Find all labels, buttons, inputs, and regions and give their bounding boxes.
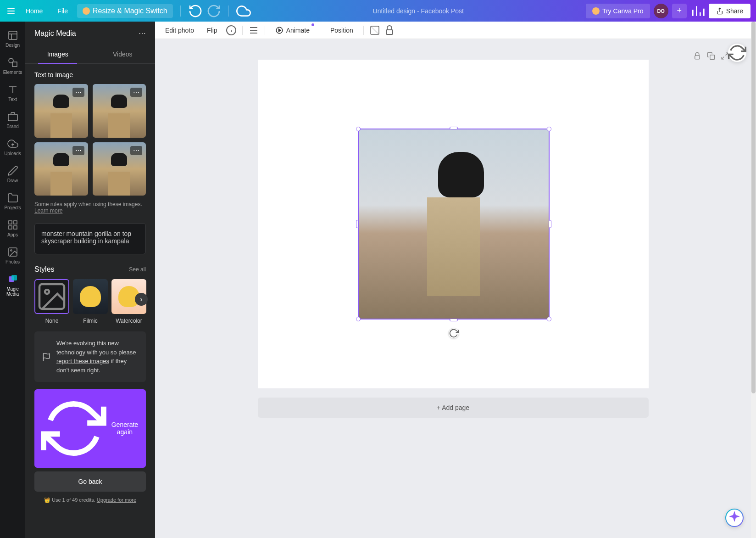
more-icon[interactable]: ⋯ [139,29,146,38]
sidebar-item-text[interactable]: Text [0,79,25,106]
analytics-icon[interactable] [690,4,705,18]
nav-label: Magic Media [2,286,23,297]
section-title-text-to-image: Text to Image [25,64,155,84]
svg-rect-4 [9,221,12,224]
resize-handle-mb[interactable] [450,319,458,321]
image-more-icon[interactable]: ⋯ [130,88,142,97]
prompt-textarea[interactable]: monster mountain gorilla on top skyscrap… [34,223,146,254]
nav-label: Elements [3,70,22,75]
cloud-sync-icon[interactable] [236,4,251,18]
image-more-icon[interactable]: ⋯ [72,88,84,97]
sidebar-item-draw[interactable]: Draw [0,161,25,188]
vertical-scrollbar[interactable] [751,22,756,538]
sidebar-item-photos[interactable]: Photos [0,242,25,269]
svg-rect-3 [8,114,17,121]
resize-handle-bl[interactable] [356,317,361,321]
panel-title: Magic Media [34,29,76,38]
lock-icon[interactable] [384,25,395,36]
generated-image-2[interactable]: ⋯ [93,84,146,138]
share-button[interactable]: Share [709,4,750,18]
generated-image-3[interactable]: ⋯ [34,142,88,196]
resize-label: Resize & Magic Switch [93,7,167,15]
svg-point-13 [45,290,49,294]
notification-dot-icon [311,23,314,26]
feedback-box: We're evolving this new technology with … [34,331,146,382]
list-icon[interactable] [248,25,259,36]
add-page-button[interactable]: + Add page [258,398,649,418]
styles-header: Styles See all [25,258,155,279]
generated-image-1[interactable]: ⋯ [34,84,88,138]
nav-label: Projects [4,205,21,210]
resize-handle-mr[interactable] [549,220,551,228]
svg-rect-0 [9,31,17,39]
undo-icon[interactable] [188,4,203,18]
try-canva-pro-button[interactable]: Try Canva Pro [586,4,650,18]
lock-page-icon[interactable] [693,51,701,61]
position-button[interactable]: Position [326,24,358,37]
panel-tabs: Images Videos [25,45,155,64]
go-back-button[interactable]: Go back [34,471,146,492]
upgrade-link[interactable]: Upgrade for more [97,497,136,503]
style-filmic[interactable]: Filmic [73,279,108,324]
duplicate-page-icon[interactable] [707,51,715,61]
nav-label: Photos [6,259,20,264]
document-title[interactable]: Untitled design - Facebook Post [373,7,464,15]
generate-label: Generate again [110,421,139,436]
learn-more-link[interactable]: Learn more [34,207,62,214]
flag-icon [42,340,51,375]
resize-magic-switch-button[interactable]: Resize & Magic Switch [77,4,173,18]
file-button[interactable]: File [52,5,73,17]
canvas-area[interactable]: + Add page [155,39,751,538]
generate-again-button[interactable]: Generate again [34,389,146,468]
info-icon[interactable] [226,25,237,36]
ai-assist-float-button[interactable] [725,509,744,527]
sidebar-item-magic-media[interactable]: Magic Media [0,269,25,301]
generated-image-4[interactable]: ⋯ [93,142,146,196]
styles-row: None Filmic Watercolor › [25,279,155,324]
edit-photo-button[interactable]: Edit photo [161,24,199,37]
regenerate-float-button[interactable] [728,44,746,62]
svg-rect-17 [386,30,393,34]
sidebar-item-apps[interactable]: Apps [0,215,25,242]
resize-handle-tr[interactable] [547,127,551,131]
sidebar-item-design[interactable]: Design [0,25,25,52]
image-more-icon[interactable]: ⋯ [72,146,84,155]
avatar[interactable]: DO [654,4,668,18]
tab-videos[interactable]: Videos [90,45,156,63]
style-thumb-filmic [73,279,108,314]
divider [242,26,243,35]
folder-icon [7,192,18,203]
canvas-page[interactable] [258,60,649,388]
nav-label: Apps [7,232,18,237]
see-all-link[interactable]: See all [129,266,146,273]
report-images-link[interactable]: report these images [56,358,109,364]
hamburger-icon[interactable] [6,6,17,17]
divider [180,6,181,17]
svg-rect-18 [695,56,700,59]
redo-icon[interactable] [206,4,221,18]
flip-button[interactable]: Flip [202,24,222,37]
animate-button[interactable]: Animate [271,23,314,37]
rotate-handle[interactable] [448,328,459,339]
scrollbar-thumb[interactable] [751,22,756,393]
resize-handle-br[interactable] [547,317,551,321]
home-button[interactable]: Home [20,5,48,17]
sidebar-item-brand[interactable]: Brand [0,106,25,134]
add-member-button[interactable]: + [672,4,687,18]
shapes-icon [7,57,18,68]
sidebar-item-projects[interactable]: Projects [0,188,25,215]
resize-handle-ml[interactable] [356,220,359,228]
style-label: None [45,318,59,324]
header-center: Untitled design - Facebook Post [251,7,586,15]
styles-next-icon[interactable]: › [135,293,148,306]
selected-image[interactable] [358,129,550,319]
svg-point-9 [11,250,12,251]
tab-images[interactable]: Images [25,45,90,63]
transparency-icon[interactable] [369,25,380,36]
sidebar-item-elements[interactable]: Elements [0,52,25,79]
resize-handle-mt[interactable] [450,127,458,129]
image-more-icon[interactable]: ⋯ [130,146,142,155]
resize-handle-tl[interactable] [356,127,361,131]
sidebar-item-uploads[interactable]: Uploads [0,134,25,161]
style-none[interactable]: None [34,279,69,324]
